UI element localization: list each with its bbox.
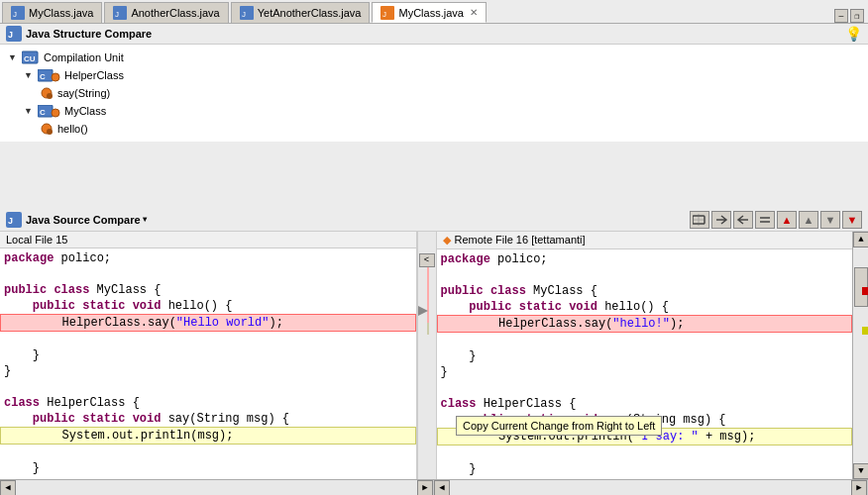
code-compare-area: Local File 15 package polico; public cla… <box>0 232 868 479</box>
restore-button[interactable]: ❐ <box>850 9 864 23</box>
svg-point-19 <box>52 109 59 117</box>
bottom-scrollbar: ◀ ▶ ◀ ▶ <box>0 479 868 495</box>
tab-label: AnotherClass.java <box>131 7 219 19</box>
svg-text:J: J <box>382 10 386 19</box>
scroll-down-button[interactable]: ▼ <box>853 463 868 479</box>
svg-text:C: C <box>40 72 46 81</box>
window-controls: ─ ❐ <box>834 9 868 23</box>
scroll-right-button-1[interactable]: ▶ <box>417 480 433 496</box>
left-code-pane: Local File 15 package polico; public cla… <box>0 232 417 479</box>
diamond-icon: ◆ <box>443 234 451 246</box>
connector-bar: < <box>417 232 437 479</box>
connector-left-icon[interactable]: < <box>419 253 435 267</box>
structure-header: J Java Structure Compare 💡 <box>0 24 868 45</box>
scroll-left-button-1[interactable]: ◀ <box>0 480 16 496</box>
svg-point-21 <box>47 129 53 135</box>
svg-point-16 <box>47 93 53 99</box>
left-file-name: Local File 15 <box>6 234 67 246</box>
left-file-label: Local File 15 <box>0 232 416 248</box>
tree-label-cu: Compilation Unit <box>44 50 124 65</box>
scroll-right-button-2[interactable]: ▶ <box>851 480 867 496</box>
tab-myclass-java-1[interactable]: J MyClass.java <box>2 2 102 23</box>
minimize-button[interactable]: ─ <box>834 9 848 23</box>
tab-label: MyClass.java <box>29 7 93 19</box>
tooltip: Copy Current Change from Right to Left <box>456 416 662 436</box>
java-file-icon-4: J <box>380 6 394 20</box>
expand-icon-2[interactable]: ▼ <box>24 67 36 83</box>
tab-myclass-java-active[interactable]: J MyClass.java ✕ <box>372 2 486 23</box>
left-bottom-scroll[interactable]: ◀ ▶ <box>0 480 434 495</box>
tree-item-myclass[interactable]: ▼ C MyClass <box>0 102 868 120</box>
toolbar-btn-7[interactable]: ▼ <box>820 211 840 229</box>
scroll-left-button-2[interactable]: ◀ <box>434 480 450 496</box>
scroll-up-button[interactable]: ▲ <box>853 232 868 248</box>
tree-item-helperclass[interactable]: ▼ C HelperClass <box>0 66 868 84</box>
tab-anotherclass-java[interactable]: J AnotherClass.java <box>104 2 228 23</box>
toolbar-btn-2[interactable] <box>711 211 731 229</box>
scroll-track <box>853 248 868 463</box>
svg-marker-27 <box>418 306 428 316</box>
expand-icon-3[interactable]: ▼ <box>24 103 36 119</box>
tree-label-helperclass: HelperClass <box>64 67 124 83</box>
tree-label-say: say(String) <box>57 85 110 101</box>
java-file-icon-3: J <box>240 6 254 20</box>
tree-area: ▼ CU Compilation Unit ▼ C HelperClass sa… <box>0 45 868 142</box>
right-scrollbar[interactable]: ▲ ▼ <box>852 232 868 479</box>
java-file-icon-2: J <box>113 6 127 20</box>
right-bottom-scroll[interactable]: ◀ ▶ <box>434 480 868 495</box>
tooltip-text: Copy Current Change from Right to Left <box>463 420 655 432</box>
tree-label-myclass: MyClass <box>64 103 106 119</box>
right-file-label: ◆Remote File 16 [tettamanti] <box>437 232 853 249</box>
svg-text:J: J <box>115 10 119 19</box>
toolbar-btn-8[interactable]: ▼ <box>842 211 862 229</box>
right-code-pane: ◆Remote File 16 [tettamanti] package pol… <box>437 232 853 479</box>
expand-icon[interactable]: ▼ <box>8 50 20 65</box>
scroll-marker-1 <box>862 287 868 295</box>
tree-item-hello[interactable]: hello() <box>0 120 868 138</box>
svg-text:J: J <box>242 10 246 19</box>
tab-label-active: MyClass.java <box>398 7 463 19</box>
right-file-name: Remote File 16 [tettamanti] <box>455 234 586 246</box>
left-code-content[interactable]: package polico; public class MyClass { p… <box>0 248 416 479</box>
svg-point-14 <box>52 73 59 81</box>
dropdown-arrow-icon[interactable]: ▾ <box>143 215 147 224</box>
source-section: J Java Source Compare ▾ ▲ ▲ ▼ ▼ <box>0 208 868 495</box>
toolbar-btn-1[interactable] <box>690 211 709 229</box>
structure-title: Java Structure Compare <box>26 28 152 40</box>
svg-text:J: J <box>13 10 17 19</box>
tab-label: YetAnotherClass.java <box>258 7 362 19</box>
tree-label-hello: hello() <box>57 121 88 137</box>
tree-item-say[interactable]: say(String) <box>0 84 868 102</box>
source-toolbar: ▲ ▲ ▼ ▼ <box>690 211 862 229</box>
toolbar-btn-5[interactable]: ▲ <box>777 211 797 229</box>
svg-text:C: C <box>40 108 46 117</box>
toolbar-btn-6[interactable]: ▲ <box>799 211 818 229</box>
svg-text:J: J <box>8 216 13 226</box>
svg-text:J: J <box>8 30 13 40</box>
source-header: J Java Source Compare ▾ ▲ ▲ ▼ ▼ <box>0 208 868 232</box>
right-code-content[interactable]: package polico; public class MyClass { p… <box>437 249 853 479</box>
scroll-marker-2 <box>862 327 868 335</box>
scroll-h-track-2[interactable] <box>450 481 851 495</box>
tab-yetanotherclass-java[interactable]: J YetAnotherClass.java <box>231 2 371 23</box>
tab-bar: J MyClass.java J AnotherClass.java J Yet… <box>0 0 868 24</box>
source-title: Java Source Compare <box>26 214 141 226</box>
java-file-icon: J <box>11 6 25 20</box>
toolbar-btn-3[interactable] <box>733 211 753 229</box>
svg-text:CU: CU <box>24 54 36 63</box>
scroll-h-track-1[interactable] <box>16 481 417 495</box>
tab-close-icon[interactable]: ✕ <box>470 7 478 18</box>
tree-item-compilation-unit[interactable]: ▼ CU Compilation Unit <box>0 49 868 66</box>
bulb-icon: 💡 <box>845 26 862 42</box>
structure-section: J Java Structure Compare 💡 ▼ CU Compilat… <box>0 24 868 208</box>
toolbar-btn-4[interactable] <box>755 211 775 229</box>
